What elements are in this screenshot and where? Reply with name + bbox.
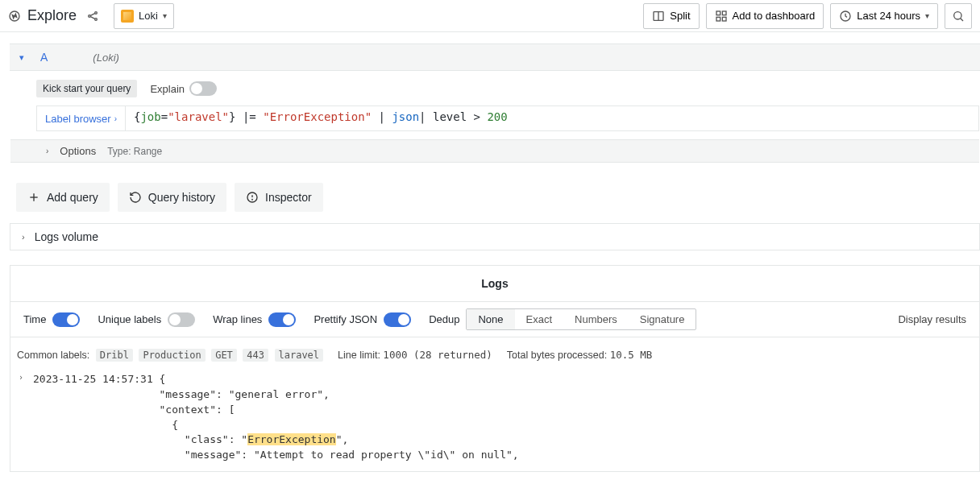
page-title: Explore: [27, 7, 77, 24]
prettify-json-label: Prettify JSON: [314, 313, 377, 325]
svg-marker-1: [12, 14, 16, 18]
wrap-lines-label: Wrap lines: [213, 313, 262, 325]
add-query-button[interactable]: Add query: [16, 183, 110, 212]
common-label-tag: Dribl: [96, 349, 133, 362]
add-to-dashboard-label: Add to dashboard: [733, 10, 816, 22]
dedup-numbers[interactable]: Numbers: [563, 309, 629, 329]
logs-panel: Logs Time Unique labels Wrap lines Prett…: [10, 265, 980, 472]
common-label-tag: GET: [211, 349, 237, 362]
dedup-none[interactable]: None: [467, 309, 514, 329]
split-button[interactable]: Split: [643, 3, 699, 29]
label-browser-button[interactable]: Label browser ›: [36, 106, 125, 131]
logs-meta: Common labels: Dribl Production GET 443 …: [10, 337, 979, 369]
svg-point-20: [252, 199, 253, 200]
chevron-down-icon: ▾: [163, 11, 167, 20]
dedup-group: None Exact Numbers Signature: [466, 308, 696, 330]
query-header[interactable]: ▾ A (Loki): [10, 43, 980, 71]
dedup-signature[interactable]: Signature: [629, 309, 696, 329]
display-results-label: Display results: [898, 313, 966, 325]
time-label: Time: [23, 313, 46, 325]
common-labels-label: Common labels:: [17, 350, 89, 361]
wrap-lines-toggle[interactable]: [268, 312, 296, 327]
chevron-right-icon[interactable]: ›: [19, 372, 23, 384]
log-key: "message": [185, 449, 241, 461]
tok-filter: "ErrorException": [263, 110, 372, 123]
dedup-exact[interactable]: Exact: [515, 309, 564, 329]
svg-point-2: [89, 14, 91, 17]
logs-volume-label: Logs volume: [35, 230, 98, 243]
explain-toggle[interactable]: [189, 81, 217, 96]
svg-line-6: [90, 16, 94, 19]
tok-num: 200: [487, 110, 507, 123]
line-limit-label: Line limit:: [338, 350, 380, 361]
common-label-tag: laravel: [275, 349, 324, 362]
prettify-json-toggle[interactable]: [384, 312, 411, 327]
zoom-button[interactable]: [945, 3, 972, 29]
bytes-value: 10.5 MB: [610, 349, 653, 361]
svg-rect-10: [722, 11, 726, 15]
log-val: "general error": [229, 388, 323, 400]
add-query-label: Add query: [47, 191, 98, 204]
chevron-right-icon: ›: [114, 114, 117, 123]
line-limit-value: 1000 (28 returned): [383, 349, 492, 361]
log-quote: ": [241, 433, 247, 445]
tok-key: job: [140, 110, 160, 123]
split-label: Split: [670, 10, 690, 22]
logs-volume-section[interactable]: › Logs volume: [10, 223, 980, 250]
options-label: Options: [60, 145, 96, 157]
log-key: "message": [160, 388, 216, 400]
inspector-label: Inspector: [265, 191, 312, 204]
chevron-down-icon: ▾: [925, 11, 929, 20]
svg-point-3: [95, 11, 98, 14]
time-range-button[interactable]: Last 24 hours ▾: [830, 3, 938, 29]
time-toggle[interactable]: [52, 312, 80, 327]
datasource-name: Loki: [139, 10, 158, 22]
share-icon[interactable]: [86, 10, 99, 23]
chevron-right-icon: ›: [46, 147, 48, 155]
chevron-down-icon: ▾: [19, 52, 24, 63]
tok-json: json: [392, 110, 419, 123]
chevron-right-icon: ›: [22, 232, 25, 242]
svg-rect-9: [716, 11, 720, 15]
query-datasource-hint: (Loki): [93, 52, 119, 64]
options-row[interactable]: › Options Type: Range: [10, 139, 979, 163]
add-to-dashboard-button[interactable]: Add to dashboard: [706, 3, 824, 29]
log-key: "context": [160, 403, 216, 416]
tok-val: "laravel": [168, 110, 229, 123]
inspector-button[interactable]: Inspector: [235, 183, 323, 212]
log-quote: ": [336, 433, 343, 445]
unique-labels-label: Unique labels: [98, 313, 161, 325]
logs-title: Logs: [10, 266, 979, 301]
svg-line-5: [90, 13, 94, 15]
logs-controls: Time Unique labels Wrap lines Prettify J…: [10, 301, 979, 337]
svg-point-14: [954, 11, 961, 19]
bytes-label: Total bytes processed:: [507, 350, 607, 361]
datasource-picker[interactable]: Loki ▾: [114, 3, 174, 29]
svg-point-4: [95, 18, 98, 20]
common-label-tag: 443: [243, 349, 268, 362]
log-timestamp: 2023-11-25 14:57:31: [33, 373, 153, 385]
dedup-label: Dedup: [429, 313, 459, 325]
unique-labels-toggle[interactable]: [168, 312, 195, 327]
explain-label: Explain: [150, 83, 185, 95]
log-key: "class": [185, 433, 229, 445]
options-type: Type: Range: [107, 146, 162, 157]
log-val: "Attempt to read property \"id\" on null…: [254, 449, 513, 461]
query-history-label: Query history: [148, 191, 215, 204]
query-letter: A: [40, 51, 48, 64]
query-history-button[interactable]: Query history: [118, 183, 226, 212]
loki-logo-icon: [121, 10, 134, 23]
common-label-tag: Production: [139, 349, 205, 362]
svg-rect-12: [722, 17, 726, 21]
time-range-label: Last 24 hours: [857, 10, 920, 22]
top-toolbar: Explore Loki ▾ Split Add to dashboard La…: [0, 0, 980, 32]
kick-start-button[interactable]: Kick start your query: [36, 80, 137, 97]
compass-icon: [8, 10, 21, 23]
svg-rect-11: [716, 17, 720, 21]
query-editor[interactable]: {job="laravel"} |= "ErrorException" | js…: [125, 106, 979, 131]
tok-level: level: [433, 110, 467, 123]
log-highlight: ErrorException: [247, 433, 336, 445]
label-browser-label: Label browser: [45, 113, 111, 125]
log-entry[interactable]: ›2023-11-25 14:57:31 { "message": "gener…: [10, 369, 979, 463]
svg-line-15: [961, 18, 963, 20]
